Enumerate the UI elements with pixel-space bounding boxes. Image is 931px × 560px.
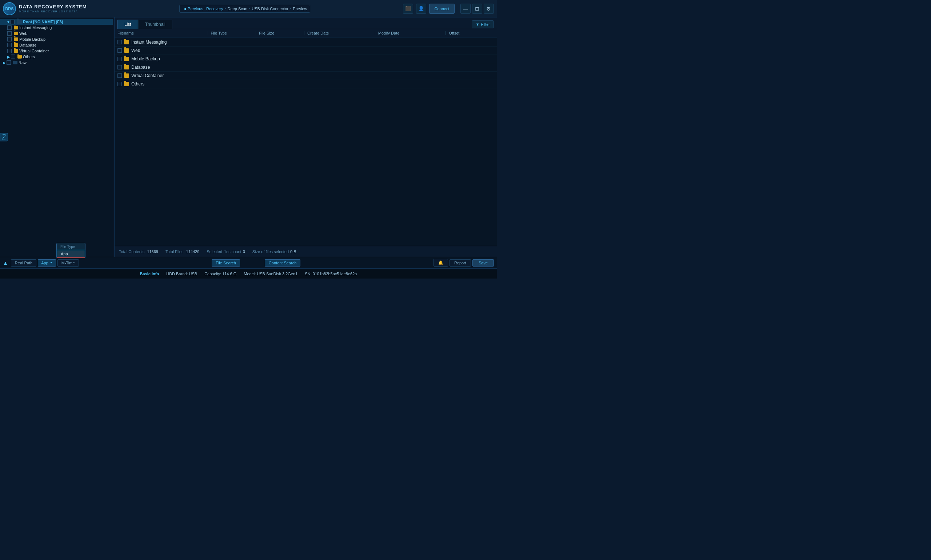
sidebar-item-instant-messaging[interactable]: Instant Messaging — [0, 25, 114, 31]
sidebar-item-mobile-backup[interactable]: Mobile Backup — [0, 36, 114, 42]
capacity-value: 114.6 G — [222, 272, 236, 276]
real-path-tab[interactable]: Real Path — [11, 259, 36, 266]
sidebar-item-virtual-container[interactable]: Virtual Container — [0, 48, 114, 54]
capacity: Capacity: 114.6 G — [205, 272, 236, 276]
connect-button[interactable]: Connect — [429, 4, 455, 14]
content-area: List Thumbnail ▼ Filter Filename File Ty… — [115, 17, 497, 257]
logo-area: DRS DATA RECOVERY SYSTEM MORE THAN RECOV… — [3, 2, 87, 15]
prev-button[interactable]: ◄ Previous — [183, 6, 203, 11]
basic-info-label: Basic Info — [140, 272, 159, 276]
folder-icon — [124, 65, 129, 69]
top-right-controls: ⬛ 👤 Connect — ⊡ ⚙ — [403, 4, 494, 14]
total-files-label: Total Files: — [165, 249, 185, 254]
row-checkbox[interactable] — [117, 65, 122, 69]
nav-breadcrumb[interactable]: ◄ Previous Recovery • Deep Scan • USB Di… — [179, 5, 310, 13]
th-modifydate: Modify Date — [375, 31, 446, 35]
restore-button[interactable]: ⊡ — [472, 4, 482, 14]
expand-arrow-others[interactable]: ▶ — [7, 55, 11, 59]
monitor-icon[interactable]: ⬛ — [403, 4, 413, 14]
raw-checkbox[interactable] — [6, 60, 11, 65]
sidebar-item-raw[interactable]: ▶ Raw — [0, 60, 114, 65]
folder-icon — [124, 40, 129, 45]
minimize-button[interactable]: — — [460, 4, 471, 14]
web-icon — [14, 32, 18, 35]
expand-arrow-raw[interactable]: ▶ — [3, 61, 6, 65]
nav-item-deepscan[interactable]: Deep Scan — [228, 6, 247, 11]
filter-label: Filter — [481, 22, 490, 26]
app-dropdown[interactable]: App ▼ — [38, 259, 56, 266]
table-row[interactable]: Web — [115, 46, 497, 55]
row-checkbox[interactable] — [117, 82, 122, 86]
th-createdate: Create Date — [304, 31, 375, 35]
virtual-container-label: Virtual Container — [19, 49, 49, 53]
total-contents-label: Total Contents: — [119, 249, 145, 254]
main-layout: P-1 ▼ Root [NO NAME] (F3) Instant Messag… — [0, 17, 497, 257]
database-checkbox[interactable] — [7, 43, 12, 47]
others-label: Others — [23, 55, 35, 59]
database-icon — [14, 43, 18, 47]
view-tabs: List Thumbnail ▼ Filter — [115, 17, 497, 29]
hdd-brand-value: USB — [189, 272, 197, 276]
table-row[interactable]: Database — [115, 63, 497, 72]
expand-arrow-root[interactable]: ▼ — [6, 20, 10, 24]
th-filesize: File Size — [255, 31, 304, 35]
bell-icon[interactable]: 🔔 — [434, 259, 448, 266]
m-time-tab[interactable]: M-Time — [57, 259, 79, 266]
nav-item-preview[interactable]: Preview — [293, 6, 307, 11]
others-checkbox[interactable] — [11, 55, 15, 59]
filter-button[interactable]: ▼ Filter — [472, 20, 494, 28]
sidebar-item-others[interactable]: ▶ Others — [0, 54, 114, 60]
file-name: Virtual Container — [131, 73, 222, 78]
dropdown-item-app[interactable]: App — [57, 250, 85, 258]
serial-number: SN: 0101b82b5ac51ae8e62a — [305, 272, 357, 276]
sidebar-resize-handle[interactable] — [113, 17, 114, 257]
nav-item-recovery[interactable]: Recovery — [206, 6, 223, 11]
web-label: Web — [19, 31, 27, 35]
mobile-backup-checkbox[interactable] — [7, 37, 12, 42]
root-folder-icon — [17, 20, 22, 24]
bottom-toolbar: ▲ Real Path App ▼ M-Time File Type App F… — [0, 257, 497, 268]
sidebar-item-database[interactable]: Database — [0, 42, 114, 48]
mobile-backup-icon — [14, 37, 18, 41]
instant-messaging-checkbox[interactable] — [7, 25, 12, 30]
web-checkbox[interactable] — [7, 31, 12, 35]
folder-icon — [124, 48, 129, 53]
report-button[interactable]: Report — [449, 259, 471, 266]
tab-thumbnail[interactable]: Thumbnail — [138, 20, 172, 29]
sn-value: 0101b82b5ac51ae8e62a — [313, 272, 357, 276]
settings-button[interactable]: ⚙ — [484, 4, 494, 14]
sidebar-item-root[interactable]: ▼ Root [NO NAME] (F3) — [0, 19, 114, 25]
tab-list[interactable]: List — [117, 20, 138, 29]
filetype-dropdown-popup: File Type App — [56, 243, 85, 258]
root-checkbox[interactable] — [10, 20, 15, 24]
nav-item-usb[interactable]: USB Disk Connector — [252, 6, 288, 11]
user-icon[interactable]: 👤 — [416, 4, 426, 14]
row-checkbox[interactable] — [117, 48, 122, 53]
table-row[interactable]: Virtual Container — [115, 72, 497, 80]
row-checkbox[interactable] — [117, 40, 122, 45]
toolbar-arrow[interactable]: ▲ — [3, 260, 8, 266]
folder-icon — [124, 57, 129, 61]
hdd-brand: HDD Brand: USB — [166, 272, 197, 276]
raw-icon — [13, 61, 17, 65]
file-search-tab[interactable]: File Search — [212, 259, 240, 266]
save-button[interactable]: Save — [472, 259, 494, 266]
filter-icon: ▼ — [476, 22, 480, 26]
row-checkbox[interactable] — [117, 57, 122, 61]
instant-messaging-label: Instant Messaging — [19, 25, 52, 30]
table-row[interactable]: Mobile Backup — [115, 55, 497, 63]
virtual-container-checkbox[interactable] — [7, 49, 12, 53]
file-name: Instant Messaging — [131, 40, 222, 45]
app-title: DATA RECOVERY SYSTEM — [19, 4, 87, 10]
total-contents: Total Contents: 11669 — [119, 249, 158, 254]
instant-messaging-icon — [14, 26, 18, 29]
selected-count-value: 0 — [243, 249, 245, 254]
sidebar-item-web[interactable]: Web — [0, 31, 114, 36]
table-row[interactable]: Others — [115, 80, 497, 88]
content-search-tab[interactable]: Content Search — [265, 259, 300, 266]
raw-label: Raw — [18, 60, 26, 65]
tab-group: List Thumbnail — [117, 20, 172, 29]
row-checkbox[interactable] — [117, 74, 122, 78]
table-row[interactable]: Instant Messaging — [115, 38, 497, 46]
model: Model: USB SanDisk 3.2Gen1 — [244, 272, 297, 276]
